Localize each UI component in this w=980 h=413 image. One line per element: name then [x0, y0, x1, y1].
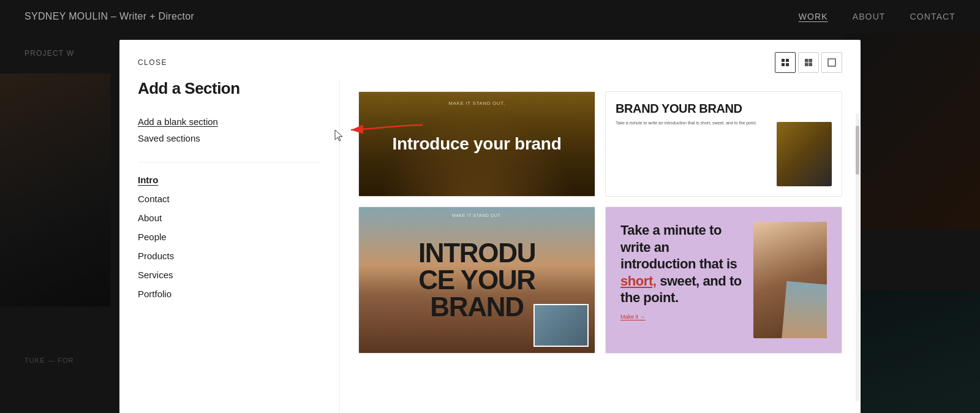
- category-contact[interactable]: Contact: [138, 194, 321, 204]
- list-view-button[interactable]: [821, 52, 842, 73]
- template-4-headline: Take a minute to write an introduction t…: [620, 222, 747, 306]
- template-3-hint: Make it stand out.: [452, 213, 502, 218]
- category-services[interactable]: Services: [138, 270, 321, 280]
- template-card-brand-white[interactable]: BRAND YOUR BRAND Take a minute to write …: [605, 91, 842, 197]
- template-card-purple[interactable]: Take a minute to write an introduction t…: [605, 206, 842, 354]
- template-card-introduce-dark[interactable]: Make it stand out. Introduce your brand: [358, 91, 595, 197]
- svg-rect-3: [786, 63, 789, 66]
- template-3-small-image: [533, 304, 589, 347]
- svg-rect-6: [805, 63, 809, 67]
- template-2-text-area: BRAND YOUR BRAND Take a minute to write …: [616, 102, 769, 186]
- svg-rect-7: [809, 63, 813, 67]
- category-portfolio[interactable]: Portfolio: [138, 289, 321, 299]
- modal-overlay[interactable]: CLOSE: [0, 0, 980, 413]
- svg-rect-8: [828, 59, 835, 66]
- category-intro[interactable]: Intro: [138, 175, 321, 185]
- svg-rect-4: [805, 59, 809, 63]
- svg-rect-1: [786, 59, 789, 62]
- template-4-image-inner: [782, 281, 827, 338]
- add-section-modal: CLOSE: [119, 40, 861, 413]
- small-grid-view-button[interactable]: [775, 52, 796, 73]
- template-4-image: [753, 222, 827, 338]
- template-1-hint: Make it stand out.: [448, 100, 505, 106]
- template-4-link[interactable]: Make it →: [620, 314, 747, 320]
- category-about[interactable]: About: [138, 213, 321, 223]
- add-blank-section-button[interactable]: Add a blank section: [138, 116, 321, 127]
- saved-sections-button[interactable]: Saved sections: [138, 133, 321, 143]
- sidebar-title: Add a Section: [138, 79, 321, 98]
- sidebar: Add a Section Add a blank section Saved …: [119, 79, 340, 413]
- divider: [138, 162, 321, 162]
- modal-header: CLOSE: [119, 40, 861, 79]
- category-people[interactable]: People: [138, 232, 321, 242]
- template-2-image: [777, 122, 832, 186]
- svg-rect-5: [809, 59, 813, 63]
- template-4-text: Take a minute to write an introduction t…: [620, 222, 747, 338]
- small-grid-icon: [781, 58, 790, 67]
- modal-scrollbar-thumb: [856, 126, 859, 175]
- view-controls: [775, 52, 842, 73]
- list-view-icon: [827, 58, 836, 67]
- template-card-introduce-large[interactable]: Make it stand out. INTRODUCE YOURBRAND: [358, 206, 595, 354]
- template-2-body: Take a minute to write an introduction t…: [616, 120, 769, 127]
- template-2-headline: BRAND YOUR BRAND: [616, 102, 769, 115]
- svg-rect-2: [782, 63, 785, 66]
- large-grid-view-button[interactable]: [798, 52, 819, 73]
- modal-scrollbar[interactable]: [856, 113, 859, 401]
- category-products[interactable]: Products: [138, 251, 321, 261]
- cursor-icon: [334, 129, 346, 143]
- red-arrow-svg: [346, 112, 426, 142]
- close-button[interactable]: CLOSE: [138, 58, 167, 67]
- template-3-text: INTRODUCE YOURBRAND: [418, 240, 535, 320]
- large-grid-icon: [804, 58, 813, 67]
- modal-body: Add a Section Add a blank section Saved …: [119, 79, 861, 413]
- svg-rect-0: [782, 59, 785, 62]
